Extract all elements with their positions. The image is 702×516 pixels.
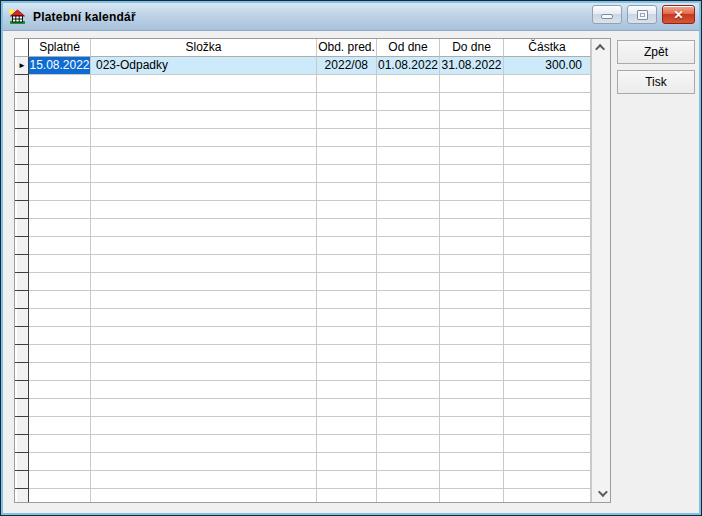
zpet-button[interactable]: Zpět [617, 40, 695, 64]
side-button-panel: Zpět Tisk [617, 40, 695, 94]
payment-grid: Splatné Složka Obd. pred. Od dne Do dne … [14, 38, 611, 503]
empty-cell [377, 309, 440, 327]
cell-obd-pred[interactable]: 2022/08 [317, 57, 377, 75]
empty-cell [91, 363, 317, 381]
table-row-empty[interactable] [15, 417, 591, 435]
cell-do-dne[interactable]: 31.08.2022 [440, 57, 504, 75]
column-header-splatne[interactable]: Splatné [29, 39, 91, 57]
empty-cell [29, 129, 91, 147]
table-row-empty[interactable] [15, 201, 591, 219]
empty-cell [377, 345, 440, 363]
scrollbar-track[interactable] [592, 56, 610, 485]
row-gutter [15, 183, 29, 201]
table-row-empty[interactable] [15, 399, 591, 417]
empty-cell [377, 471, 440, 489]
empty-cell [377, 147, 440, 165]
empty-cell [91, 219, 317, 237]
table-row-empty[interactable] [15, 435, 591, 453]
row-gutter [15, 129, 29, 147]
table-row-empty[interactable] [15, 165, 591, 183]
column-header-slozka[interactable]: Složka [91, 39, 317, 57]
minimize-icon [601, 14, 613, 19]
empty-cell [440, 255, 504, 273]
column-header-od-dne[interactable]: Od dne [377, 39, 440, 57]
empty-cell [317, 363, 377, 381]
empty-cell [91, 183, 317, 201]
empty-cell [377, 183, 440, 201]
empty-cell [377, 129, 440, 147]
app-icon house-icon [9, 9, 26, 25]
empty-cell [29, 417, 91, 435]
row-gutter [15, 381, 29, 399]
table-row-empty[interactable] [15, 327, 591, 345]
empty-cell [377, 237, 440, 255]
maximize-button[interactable] [627, 5, 657, 24]
cell-slozka[interactable]: 023-Odpadky [91, 57, 317, 75]
empty-cell [91, 471, 317, 489]
table-row-empty[interactable] [15, 273, 591, 291]
empty-cell [91, 75, 317, 93]
table-row-empty[interactable] [15, 489, 591, 502]
empty-cell [91, 291, 317, 309]
table-row-empty[interactable] [15, 381, 591, 399]
empty-cell [504, 489, 591, 502]
empty-cell [29, 345, 91, 363]
maximize-icon [637, 10, 648, 20]
vertical-scrollbar[interactable] [591, 39, 610, 502]
row-gutter [15, 237, 29, 255]
empty-cell [29, 381, 91, 399]
cell-castka[interactable]: 300.00 [504, 57, 591, 75]
table-row-empty[interactable] [15, 129, 591, 147]
empty-cell [91, 147, 317, 165]
empty-cell [317, 471, 377, 489]
header-gutter [15, 39, 29, 57]
table-row-empty[interactable] [15, 255, 591, 273]
empty-cell [91, 93, 317, 111]
empty-cell [91, 111, 317, 129]
empty-cell [377, 417, 440, 435]
table-row-empty[interactable] [15, 309, 591, 327]
grid-header-row: Splatné Složka Obd. pred. Od dne Do dne … [15, 39, 591, 57]
titlebar[interactable]: Platební kalendář ✕ [3, 3, 699, 31]
scroll-down-button[interactable] [592, 485, 611, 502]
cell-od-dne[interactable]: 01.08.2022 [377, 57, 440, 75]
table-row-empty[interactable] [15, 75, 591, 93]
table-row-empty[interactable] [15, 147, 591, 165]
minimize-button[interactable] [592, 5, 622, 24]
empty-cell [91, 381, 317, 399]
empty-cell [440, 453, 504, 471]
column-header-castka[interactable]: Částka [504, 39, 591, 57]
table-row-empty[interactable] [15, 219, 591, 237]
table-row-empty[interactable] [15, 291, 591, 309]
empty-cell [377, 381, 440, 399]
table-row-empty[interactable] [15, 363, 591, 381]
table-row-empty[interactable] [15, 93, 591, 111]
table-row-empty[interactable] [15, 237, 591, 255]
empty-cell [317, 255, 377, 273]
column-header-do-dne[interactable]: Do dne [440, 39, 504, 57]
empty-cell [29, 183, 91, 201]
empty-cell [440, 183, 504, 201]
table-row-empty[interactable] [15, 183, 591, 201]
table-row-selected[interactable]: ► 15.08.2022 023-Odpadky 2022/08 01.08.2… [15, 57, 591, 75]
column-header-obd-pred[interactable]: Obd. pred. [317, 39, 377, 57]
table-row-empty[interactable] [15, 345, 591, 363]
row-gutter [15, 489, 29, 502]
cell-splatne[interactable]: 15.08.2022 [29, 57, 91, 75]
scroll-up-button[interactable] [592, 39, 611, 56]
empty-cell [91, 489, 317, 502]
tisk-button[interactable]: Tisk [617, 70, 695, 94]
window-title: Platební kalendář [33, 10, 136, 24]
close-button[interactable]: ✕ [662, 5, 695, 24]
empty-cell [377, 165, 440, 183]
empty-cell [91, 201, 317, 219]
empty-cell [504, 273, 591, 291]
empty-cell [440, 381, 504, 399]
empty-cell [317, 309, 377, 327]
empty-cell [29, 237, 91, 255]
table-row-empty[interactable] [15, 471, 591, 489]
empty-cell [317, 381, 377, 399]
empty-cell [504, 471, 591, 489]
table-row-empty[interactable] [15, 111, 591, 129]
table-row-empty[interactable] [15, 453, 591, 471]
